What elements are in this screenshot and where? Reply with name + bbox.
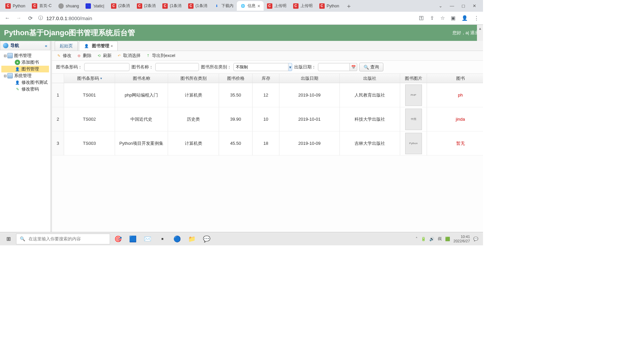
key-icon[interactable]: ⚿ — [419, 15, 424, 21]
close-icon[interactable]: × — [258, 3, 260, 9]
browser-tab[interactable]: CPython — [2, 1, 29, 11]
clock[interactable]: 10:41 2022/6/27 — [453, 235, 470, 243]
delete-button[interactable]: ⊖删除 — [76, 53, 92, 59]
refresh-icon: ⟲ — [96, 53, 102, 58]
export-button[interactable]: ⤒导出到excel — [145, 53, 175, 59]
query-button[interactable]: 🔍 查询 — [359, 63, 383, 71]
sidebar-title: 导航 « — [0, 41, 50, 50]
col-extra[interactable]: 图书 — [427, 74, 483, 83]
wechat-icon[interactable]: 💬 — [200, 234, 213, 244]
col-name[interactable]: 图书名称 — [115, 74, 168, 83]
chrome-icon[interactable]: 🔵 — [170, 234, 184, 244]
tree-node-password[interactable]: ✎ 修改密码 — [1, 86, 49, 93]
volume-icon[interactable]: 🔊 — [429, 237, 434, 241]
collapse-icon[interactable]: « — [45, 43, 47, 48]
date-input[interactable] — [318, 63, 350, 71]
table-row[interactable]: 2 TS002 中国近代史 历史类 39.90 10 2019-10-01 科技… — [52, 107, 483, 131]
calendar-icon[interactable]: 📅 — [350, 63, 357, 71]
maximize-button[interactable]: ◻ — [462, 3, 465, 8]
explorer-icon[interactable]: 📁 — [185, 234, 199, 244]
browser-tab[interactable]: C(1条消 — [185, 1, 211, 11]
minimize-button[interactable]: — — [450, 3, 454, 8]
tab-title: (2条消 — [118, 3, 130, 9]
close-window-button[interactable]: ✕ — [473, 3, 476, 8]
taskbar-search[interactable]: 🔍 在这里输入你要搜索的内容 — [16, 234, 110, 244]
url-text[interactable]: 127.0.0.1:8000/main — [46, 15, 92, 21]
barcode-label: 图书条形码： — [56, 64, 82, 70]
browser-tab[interactable]: C首页-C — [29, 1, 55, 11]
browser-tab[interactable]: 🌐信息× — [237, 1, 264, 11]
tab-strip: CPythonC首页-Cshuang🐾'static|C(2条消C(2条消C(1… — [0, 0, 483, 12]
tree-node-test[interactable]: 👤 修改图书测试 — [1, 79, 49, 86]
refresh-button[interactable]: ⟲刷新 — [96, 53, 112, 59]
tab-books[interactable]: 👤 图书管理 × — [79, 41, 118, 51]
profile-icon[interactable]: 👤 — [462, 15, 468, 21]
tab-start[interactable]: 起始页 — [55, 41, 78, 51]
browser-tab[interactable]: C(2条消 — [108, 1, 133, 11]
name-input[interactable] — [155, 63, 199, 71]
search-icon: 🔍 — [20, 236, 25, 241]
notifications-icon[interactable]: 💬 — [473, 237, 478, 241]
scrollbar-up-icon[interactable]: ▴ — [477, 25, 483, 41]
browser-tab[interactable]: C上传明 — [264, 1, 290, 11]
col-pubdate[interactable]: 出版日期 — [279, 74, 340, 83]
tree-node-book-mgmt[interactable]: 👤 图书管理 — [1, 66, 49, 72]
browser-tab[interactable]: C(1条消 — [159, 1, 185, 11]
person-icon: 👤 — [84, 43, 89, 49]
browser-tab[interactable]: shuang — [55, 1, 82, 11]
ime-icon[interactable]: 峩 — [438, 236, 442, 242]
share-icon[interactable]: ⇪ — [430, 15, 434, 21]
table-row[interactable]: 3 TS003 Python项目开发案例集 计算机类 45.50 18 2019… — [52, 131, 483, 156]
back-button[interactable]: ← — [4, 15, 11, 21]
col-stock[interactable]: 库存 — [253, 74, 279, 83]
favicon-icon: C — [267, 3, 272, 9]
edit-button[interactable]: ✎修改 — [56, 53, 71, 59]
app-header: Python基于Django图书管理系统后台管 您好，a| 退出 — [0, 25, 483, 41]
user-greeting: 您好，a| 退出 — [452, 30, 479, 36]
col-publisher[interactable]: 出版社 — [340, 74, 400, 83]
table-row[interactable]: 1 TS001 php网站编程入门 计算机类 35.50 12 2019-10-… — [52, 83, 483, 107]
category-input[interactable] — [233, 63, 288, 71]
favicon-icon: C — [32, 3, 37, 9]
col-rownum — [52, 74, 64, 83]
app-tray-icon[interactable]: 🟩 — [445, 237, 450, 241]
pycharm-icon[interactable]: ▪️ — [156, 234, 169, 244]
tree-node-add-book[interactable]: + 添加图书 — [1, 59, 49, 66]
kebab-menu-icon[interactable]: ⋮ — [474, 15, 479, 21]
tree-node-books[interactable]: ⊟ 图书管理 — [1, 52, 49, 59]
nav-tree: ⊟ 图书管理 + 添加图书 👤 图书管理 ⊟ 系统管理 👤 修改图书测试 — [0, 50, 50, 95]
browser-tab[interactable]: CPython — [316, 1, 342, 11]
chevron-down-icon[interactable]: ⌄ — [439, 3, 442, 8]
favicon-icon: C — [162, 3, 168, 9]
cortana-icon[interactable]: 🎯 — [111, 234, 125, 244]
tab-title: Python — [13, 4, 25, 8]
browser-tab[interactable]: C(2条消 — [133, 1, 159, 11]
bookmark-icon[interactable]: ☆ — [440, 15, 445, 21]
reload-button[interactable]: ⟳ — [27, 15, 34, 21]
mail-icon[interactable]: ✉️ — [141, 234, 154, 244]
new-tab-button[interactable]: ＋ — [342, 1, 355, 11]
edge-icon[interactable]: 🟦 — [126, 234, 140, 244]
col-barcode[interactable]: 图书条形码▾ — [64, 74, 115, 83]
tab-title: 上传明 — [274, 3, 286, 9]
browser-tab[interactable]: 🐾'static| — [82, 1, 107, 11]
col-category[interactable]: 图书所在类别 — [168, 74, 219, 83]
date-label: 出版日期： — [294, 64, 316, 70]
category-combo[interactable]: ▾ — [233, 63, 292, 71]
tray-up-icon[interactable]: ˄ — [416, 237, 418, 241]
chevron-down-icon[interactable]: ▾ — [288, 63, 292, 71]
browser-tab[interactable]: C上传明 — [290, 1, 316, 11]
battery-icon[interactable]: 🔋 — [421, 237, 426, 241]
browser-tab[interactable]: ⬇下载内 — [211, 1, 237, 11]
col-price[interactable]: 图书价格 — [219, 74, 253, 83]
col-image[interactable]: 图书图片 — [400, 74, 427, 83]
barcode-input[interactable] — [84, 63, 129, 71]
start-button[interactable]: ⊞ — [2, 234, 15, 244]
site-info-icon[interactable]: ⓘ — [38, 15, 43, 21]
close-tab-icon[interactable]: × — [111, 44, 113, 48]
unselect-button[interactable]: ↶取消选择 — [116, 53, 141, 59]
tree-node-system[interactable]: ⊟ 系统管理 — [1, 72, 49, 79]
forward-button[interactable]: → — [15, 15, 22, 21]
plus-icon: + — [15, 60, 20, 65]
side-panel-icon[interactable]: ▣ — [451, 15, 455, 21]
